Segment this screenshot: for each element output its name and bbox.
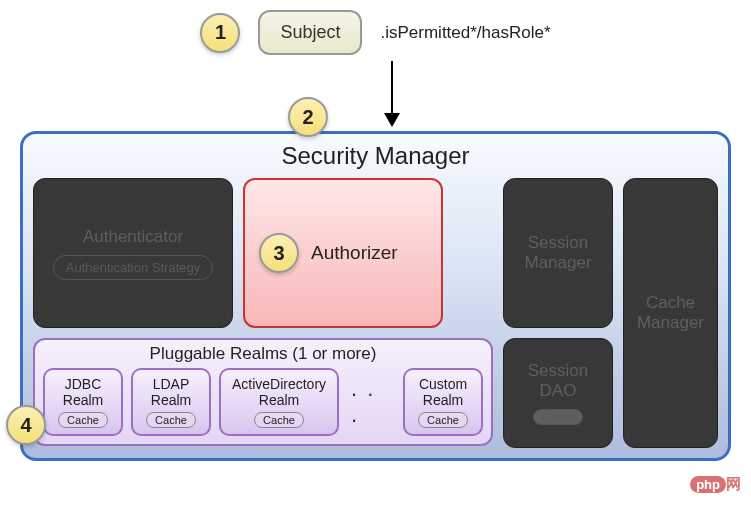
realm-custom: Custom Realm Cache (403, 368, 483, 436)
realms-title: Pluggable Realms (1 or more) (43, 344, 483, 368)
cache-manager-line2: Manager (637, 313, 704, 333)
cache-pill: Cache (254, 412, 304, 428)
realm-label-line1: ActiveDirectory (229, 376, 329, 392)
session-manager-line2: Manager (524, 253, 591, 273)
realm-jdbc: JDBC Realm Cache (43, 368, 123, 436)
ellipsis-icon: . . . (347, 376, 395, 428)
top-row: 1 Subject .isPermitted*/hasRole* (10, 10, 741, 55)
realm-label-line2: Realm (413, 392, 473, 408)
realm-label-line2: Realm (53, 392, 113, 408)
security-manager-container: Security Manager Authenticator Authentic… (20, 131, 731, 461)
method-call-text: .isPermitted*/hasRole* (380, 23, 550, 43)
cache-pill: Cache (533, 409, 583, 425)
subject-box: Subject (258, 10, 362, 55)
arrow-line (391, 61, 393, 116)
authenticator-box: Authenticator Authentication Strategy (33, 178, 233, 328)
session-dao-line1: Session (528, 361, 588, 381)
cache-pill: Cache (58, 412, 108, 428)
step-2-badge: 2 (288, 97, 328, 137)
cache-pill: Cache (146, 412, 196, 428)
security-manager-body: Authenticator Authentication Strategy 3 … (33, 178, 718, 448)
realm-activedirectory: ActiveDirectory Realm Cache (219, 368, 339, 436)
arrow-area: 2 (10, 61, 741, 131)
session-manager-line1: Session (528, 233, 588, 253)
cache-pill: Cache (418, 412, 468, 428)
subject-label: Subject (280, 22, 340, 42)
arrow-head-icon (384, 113, 400, 127)
top-modules-row: Authenticator Authentication Strategy 3 … (33, 178, 493, 328)
watermark: php网 (690, 475, 741, 494)
authorizer-label: Authorizer (311, 242, 398, 264)
realm-label-line1: JDBC (53, 376, 113, 392)
session-manager-box: Session Manager (503, 178, 613, 328)
cache-manager-line1: Cache (646, 293, 695, 313)
session-dao-line2: DAO (540, 381, 577, 401)
authentication-strategy-label: Authentication Strategy (53, 255, 213, 280)
realm-label-line2: Realm (141, 392, 201, 408)
step-4-badge: 4 (6, 405, 46, 445)
realm-label-line2: Realm (229, 392, 329, 408)
watermark-suffix: 网 (726, 475, 741, 492)
step-1-badge: 1 (200, 13, 240, 53)
realm-label-line1: Custom (413, 376, 473, 392)
authorizer-box: 3 Authorizer (243, 178, 443, 328)
realm-label-line1: LDAP (141, 376, 201, 392)
cache-manager-box: Cache Manager (623, 178, 718, 448)
security-manager-title: Security Manager (33, 140, 718, 178)
pluggable-realms-container: Pluggable Realms (1 or more) JDBC Realm … (33, 338, 493, 446)
step-3-badge: 3 (259, 233, 299, 273)
realms-row: JDBC Realm Cache LDAP Realm Cache Active… (43, 368, 483, 436)
realm-ldap: LDAP Realm Cache (131, 368, 211, 436)
watermark-php: php (690, 476, 726, 493)
session-dao-box: Session DAO Cache (503, 338, 613, 448)
authenticator-label: Authenticator (83, 227, 183, 247)
right-stack: Session Manager Session DAO Cache (503, 178, 613, 448)
left-column: Authenticator Authentication Strategy 3 … (33, 178, 493, 448)
